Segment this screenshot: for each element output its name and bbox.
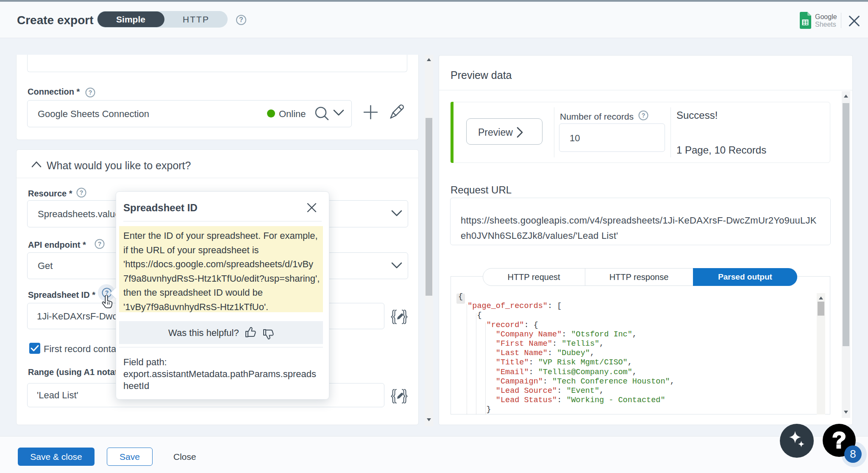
svg-text:?: ?	[642, 112, 645, 119]
svg-text:?: ?	[98, 241, 102, 247]
svg-text:?: ?	[80, 189, 83, 196]
svg-text:?: ?	[89, 89, 92, 96]
